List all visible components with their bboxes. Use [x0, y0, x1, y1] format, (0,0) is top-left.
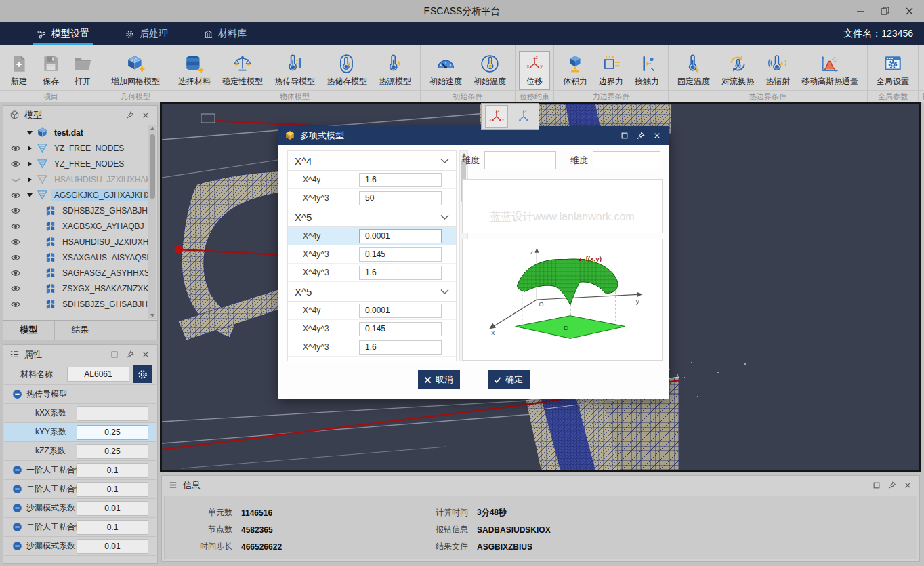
toolbar-button-initial-velocity[interactable]: 初始速度: [424, 51, 467, 90]
property-input[interactable]: 0.01: [77, 501, 148, 516]
close-icon[interactable]: [140, 110, 151, 121]
collapse-icon[interactable]: [12, 522, 22, 532]
ok-button[interactable]: 确定: [488, 370, 530, 389]
expander-icon[interactable]: [26, 131, 34, 135]
close-icon[interactable]: [140, 349, 151, 360]
dimension-input-1[interactable]: [484, 151, 556, 169]
pin-icon[interactable]: [125, 349, 135, 360]
tree-item[interactable]: SAGFASGZ_ASYHHXSN: [4, 265, 148, 281]
property-input[interactable]: 0.25: [77, 425, 148, 440]
displacement-option-xyz[interactable]: zxy: [485, 105, 508, 128]
tree-item[interactable]: XAGBSXG_AYHAQBJ: [4, 218, 148, 234]
property-row[interactable]: 沙漏模式系数0.01: [4, 537, 156, 556]
expander-icon[interactable]: [26, 161, 34, 167]
maximize-icon[interactable]: [618, 130, 630, 142]
pin-icon[interactable]: [635, 130, 646, 142]
param-value-input[interactable]: 0.145: [359, 247, 442, 262]
panel-tab-结果[interactable]: 结果: [55, 321, 106, 340]
visibility-on-icon[interactable]: [10, 237, 21, 247]
tree-item[interactable]: XSAXGAUS_AISYAQSH_ASHX: [4, 249, 148, 265]
tree-item[interactable]: YZ_FREE_NODES: [4, 156, 148, 171]
param-value-input[interactable]: 1.6: [359, 340, 442, 355]
param-value-input[interactable]: 1.6: [359, 266, 442, 280]
property-input[interactable]: 0.1: [77, 482, 148, 497]
toolbar-button-heat-storage[interactable]: 热储存模型: [321, 51, 373, 90]
expander-icon[interactable]: [26, 146, 34, 151]
close-icon[interactable]: [651, 130, 663, 142]
toolbar-button-thermal-radiation[interactable]: 热辐射: [760, 51, 795, 90]
cancel-button[interactable]: 取消: [418, 370, 460, 389]
toolbar-button-fixed-temperature[interactable]: 固定温度: [672, 51, 715, 90]
toolbar-button-convection[interactable]: 对流换热: [716, 51, 759, 90]
toolbar-button-open-folder[interactable]: 打开: [67, 51, 98, 90]
visibility-on-icon[interactable]: [10, 143, 21, 154]
maximize-icon[interactable]: [109, 349, 120, 360]
property-row[interactable]: kXX系数: [4, 404, 156, 423]
expander-icon[interactable]: [26, 193, 34, 197]
visibility-off-icon[interactable]: [10, 174, 21, 185]
property-row[interactable]: 二阶人工粘合性0.1: [4, 518, 156, 537]
property-input[interactable]: 0.25: [77, 444, 148, 459]
tree-item[interactable]: SDHSBJZS_GHSABJHB_ZAHU: [4, 203, 148, 218]
close-icon[interactable]: [902, 480, 913, 491]
minimize-icon[interactable]: [848, 0, 873, 22]
property-row[interactable]: 材料名称AL6061: [4, 364, 156, 385]
property-input[interactable]: 0.1: [77, 520, 148, 535]
maximize-icon[interactable]: [871, 480, 882, 491]
toolbar-button-heat-conduction[interactable]: 热传导模型: [269, 51, 320, 90]
expander-icon[interactable]: [26, 177, 34, 182]
menu-tab-material-lib[interactable]: 材料库: [186, 22, 264, 45]
dialog-header[interactable]: 多项式模型: [278, 126, 669, 145]
tree-item[interactable]: SDHSBJZS_GHSABJHB_ZAHU: [4, 296, 148, 312]
collapse-icon[interactable]: [12, 389, 22, 399]
param-value-input[interactable]: 50: [359, 191, 442, 205]
material-name-input[interactable]: AL6061: [67, 367, 129, 382]
menu-tab-model-setup[interactable]: 模型设置: [19, 22, 107, 45]
tree-item[interactable]: AGSGKJKG_GJHXAJKHXA: [4, 187, 148, 203]
toolbar-button-gauss-flux[interactable]: 移动高斯热通量: [796, 51, 864, 90]
property-row[interactable]: 沙漏模式系数0.01: [4, 499, 156, 518]
property-input[interactable]: 0.01: [77, 539, 148, 554]
tree-item[interactable]: test.dat: [4, 125, 148, 140]
material-settings-button[interactable]: [133, 365, 152, 383]
tree-item[interactable]: ZSXGX_HSAKAZNZXK_AHASX: [4, 281, 148, 296]
tree-scrollbar[interactable]: [148, 125, 156, 319]
toolbar-button-new-file[interactable]: 新建: [3, 51, 35, 90]
toolbar-button-stability-model[interactable]: 稳定性模型: [217, 51, 268, 90]
collapse-icon[interactable]: [12, 465, 22, 475]
pin-icon[interactable]: [125, 110, 135, 121]
param-value-input[interactable]: 0.0001: [359, 304, 442, 318]
visibility-on-icon[interactable]: [10, 299, 21, 310]
toolbar-button-body-force[interactable]: 体积力: [558, 51, 593, 90]
param-section-header[interactable]: X^5: [288, 282, 456, 302]
visibility-on-icon[interactable]: [10, 205, 21, 216]
tree-item[interactable]: YZ_FREE_NODES: [4, 140, 148, 156]
toolbar-button-initial-temperature[interactable]: 初始温度: [468, 51, 511, 90]
visibility-on-icon[interactable]: [10, 268, 21, 279]
param-section-header[interactable]: X^4: [288, 151, 456, 171]
panel-tab-模型[interactable]: 模型: [3, 321, 55, 340]
dimension-input-2[interactable]: [593, 151, 660, 169]
toolbar-button-global-settings[interactable]: 全局设置: [871, 51, 915, 90]
scroll-down-icon[interactable]: [150, 314, 154, 317]
visibility-on-icon[interactable]: [10, 252, 21, 263]
visibility-on-icon[interactable]: [10, 221, 21, 232]
displacement-option-alt[interactable]: z: [512, 105, 535, 128]
visibility-on-icon[interactable]: [10, 283, 21, 294]
toolbar-button-add-mesh-model[interactable]: 增加网格模型: [106, 51, 165, 90]
toolbar-button-contact-force[interactable]: 接触力: [629, 51, 665, 90]
param-section-header[interactable]: X^5: [288, 207, 456, 227]
param-value-input[interactable]: 1.6: [359, 173, 442, 187]
property-row[interactable]: kYY系数0.25: [4, 423, 156, 442]
toolbar-button-select-material[interactable]: 选择材料: [173, 51, 216, 90]
toolbar-button-displacement[interactable]: zxy位移: [519, 51, 550, 90]
pin-icon[interactable]: [887, 480, 898, 491]
property-row[interactable]: 热传导模型: [4, 385, 156, 404]
toolbar-button-heat-source[interactable]: 热源模型: [373, 51, 417, 90]
property-input[interactable]: [77, 406, 148, 421]
property-input[interactable]: 0.1: [77, 463, 148, 478]
restore-icon[interactable]: [873, 0, 897, 22]
toolbar-button-save[interactable]: 保存: [35, 51, 66, 90]
visibility-on-icon[interactable]: [10, 190, 21, 201]
menu-tab-post-process[interactable]: 后处理: [107, 22, 186, 45]
